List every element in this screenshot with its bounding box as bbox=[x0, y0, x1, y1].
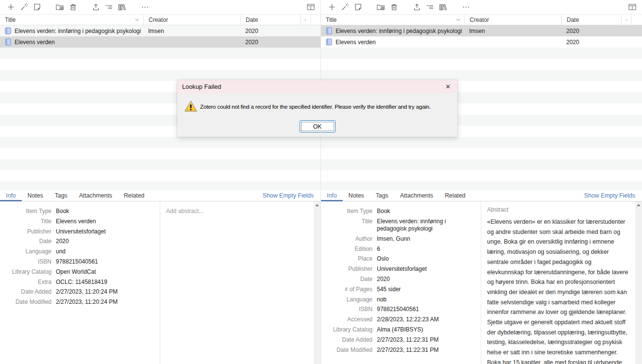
field-value[interactable]: 2/27/2023, 11:20:24 PM bbox=[56, 288, 151, 296]
column-date[interactable]: Date bbox=[240, 15, 300, 25]
field-value[interactable]: Open WorldCat bbox=[56, 268, 151, 276]
tab-attachments[interactable]: Attachments bbox=[73, 190, 118, 201]
abstract-text[interactable]: «Elevens verden» er en klassiker for lær… bbox=[487, 217, 629, 364]
new-note-icon[interactable] bbox=[33, 3, 41, 12]
show-empty-fields-link[interactable]: Show Empty Fields bbox=[263, 190, 321, 201]
field-value[interactable]: nob bbox=[377, 296, 472, 303]
toolbar-left bbox=[0, 0, 321, 15]
tab-related[interactable]: Related bbox=[118, 190, 150, 201]
library-lookup-icon[interactable] bbox=[439, 3, 447, 12]
dialog-title: Lookup Failed bbox=[182, 83, 221, 90]
field-value[interactable]: 2/28/2023, 12:22:23 AM bbox=[377, 316, 472, 323]
more-options-icon[interactable] bbox=[140, 3, 149, 12]
close-icon[interactable]: ✕ bbox=[443, 83, 453, 91]
abstract-placeholder[interactable]: Add abstract... bbox=[166, 208, 203, 215]
field-row: Accessed2/28/2023, 12:22:23 AM bbox=[321, 316, 481, 323]
tab-notes[interactable]: Notes bbox=[22, 190, 49, 201]
sort-chevron-icon bbox=[135, 18, 139, 21]
bibliography-icon[interactable] bbox=[425, 3, 434, 12]
table-row[interactable]: Elevens verden: innføring i pedagogisk p… bbox=[0, 25, 321, 36]
column-title[interactable]: Title bbox=[321, 15, 464, 25]
new-collection-icon[interactable] bbox=[55, 3, 64, 12]
library-lookup-icon[interactable] bbox=[118, 3, 126, 12]
field-value[interactable]: 2020 bbox=[377, 276, 472, 283]
field-value[interactable]: 2/27/2023, 11:20:24 PM bbox=[56, 298, 151, 306]
scroll-up-icon[interactable] bbox=[315, 204, 319, 206]
field-value[interactable]: Universitetsforlaget bbox=[56, 228, 151, 235]
column-date[interactable]: Date bbox=[561, 15, 621, 25]
export-icon[interactable] bbox=[91, 3, 100, 12]
table-row[interactable]: Elevens verden2020 bbox=[321, 36, 642, 48]
export-icon[interactable] bbox=[412, 3, 421, 12]
row-date: 2020 bbox=[561, 28, 621, 34]
field-row: ExtraOCLC: 1145818419 bbox=[0, 279, 160, 286]
field-value[interactable]: 2/27/2023, 11:22:31 PM bbox=[377, 336, 472, 344]
table-row[interactable]: Elevens verden2020 bbox=[0, 36, 321, 48]
field-value[interactable]: und bbox=[56, 248, 151, 255]
new-item-icon[interactable] bbox=[327, 3, 336, 12]
field-row: Date2020 bbox=[0, 238, 160, 245]
column-creator[interactable]: Creator bbox=[143, 15, 240, 25]
field-row: Date Added2/27/2023, 11:20:24 PM bbox=[0, 288, 160, 296]
row-date: 2020 bbox=[561, 39, 621, 46]
field-value[interactable]: Elevens verden: innføring i pedagogisk p… bbox=[377, 218, 472, 233]
abstract-area[interactable]: Abstract «Elevens verden» er en klassike… bbox=[481, 201, 635, 364]
field-row: Date Added2/27/2023, 11:22:31 PM bbox=[321, 336, 481, 344]
tab-info[interactable]: Info bbox=[0, 190, 22, 201]
field-row: PublisherUniversitetsforlaget bbox=[321, 265, 481, 273]
add-by-identifier-icon[interactable] bbox=[19, 3, 28, 12]
dialog-titlebar[interactable]: Lookup Failed ✕ bbox=[177, 80, 457, 93]
field-row: ISBN9788215040561 bbox=[0, 258, 160, 265]
field-value[interactable]: Imsen, Gunn bbox=[377, 235, 472, 243]
tab-notes[interactable]: Notes bbox=[343, 190, 370, 201]
field-value[interactable]: Oslo bbox=[377, 255, 472, 263]
tab-related[interactable]: Related bbox=[439, 190, 471, 201]
field-label: Author bbox=[321, 235, 372, 243]
trash-icon[interactable] bbox=[389, 3, 398, 12]
ok-button[interactable]: OK bbox=[300, 120, 336, 132]
field-value[interactable]: 6 bbox=[377, 246, 472, 253]
more-options-icon[interactable] bbox=[461, 3, 470, 12]
new-note-icon[interactable] bbox=[354, 3, 362, 12]
field-value[interactable]: Book bbox=[56, 208, 151, 215]
abstract-area[interactable]: Add abstract... bbox=[160, 201, 314, 364]
add-by-identifier-icon[interactable] bbox=[340, 3, 349, 12]
scrollbar[interactable] bbox=[635, 201, 642, 364]
show-empty-fields-link[interactable]: Show Empty Fields bbox=[584, 190, 642, 201]
field-value[interactable]: 2020 bbox=[56, 238, 151, 245]
tab-tags[interactable]: Tags bbox=[49, 190, 73, 201]
field-value[interactable]: Alma (47BIBSYS) bbox=[377, 326, 472, 333]
new-collection-icon[interactable] bbox=[376, 3, 385, 12]
field-value[interactable]: 2/27/2023, 11:22:31 PM bbox=[377, 347, 472, 354]
scrollbar[interactable] bbox=[314, 201, 321, 364]
field-value[interactable]: 9788215040561 bbox=[377, 306, 472, 313]
field-value[interactable]: 545 sider bbox=[377, 286, 472, 293]
scroll-up-icon[interactable] bbox=[637, 204, 641, 206]
tab-tags[interactable]: Tags bbox=[370, 190, 394, 201]
book-icon bbox=[5, 27, 11, 34]
column-picker-icon[interactable] bbox=[306, 3, 315, 11]
field-row: TitleElevens verden: innføring i pedagog… bbox=[321, 218, 481, 233]
field-value[interactable]: Elevens verden bbox=[56, 218, 151, 225]
field-label: Accessed bbox=[321, 316, 372, 323]
table-row[interactable]: Elevens verden: innføring i pedagogisk p… bbox=[321, 25, 642, 36]
field-label: Title bbox=[321, 218, 372, 233]
field-row: Date2020 bbox=[321, 276, 481, 283]
book-icon bbox=[5, 38, 11, 46]
column-splitter[interactable]: ‹ bbox=[300, 15, 311, 25]
field-label: Place bbox=[321, 255, 372, 263]
column-splitter[interactable]: ‹ bbox=[621, 15, 632, 25]
column-creator[interactable]: Creator bbox=[464, 15, 561, 25]
fields-list: Item TypeBookTitleElevens verdenPublishe… bbox=[0, 201, 160, 364]
trash-icon[interactable] bbox=[68, 3, 77, 12]
tab-attachments[interactable]: Attachments bbox=[394, 190, 439, 201]
field-value[interactable]: Universitetsforlaget bbox=[377, 265, 472, 273]
column-title[interactable]: Title bbox=[0, 15, 143, 25]
bibliography-icon[interactable] bbox=[104, 3, 113, 12]
field-value[interactable]: 9788215040561 bbox=[56, 258, 151, 265]
new-item-icon[interactable] bbox=[6, 3, 15, 12]
tab-info[interactable]: Info bbox=[321, 190, 343, 201]
field-value[interactable]: Book bbox=[377, 208, 472, 215]
column-picker-icon[interactable] bbox=[628, 3, 637, 11]
field-value[interactable]: OCLC: 1145818419 bbox=[56, 279, 151, 286]
